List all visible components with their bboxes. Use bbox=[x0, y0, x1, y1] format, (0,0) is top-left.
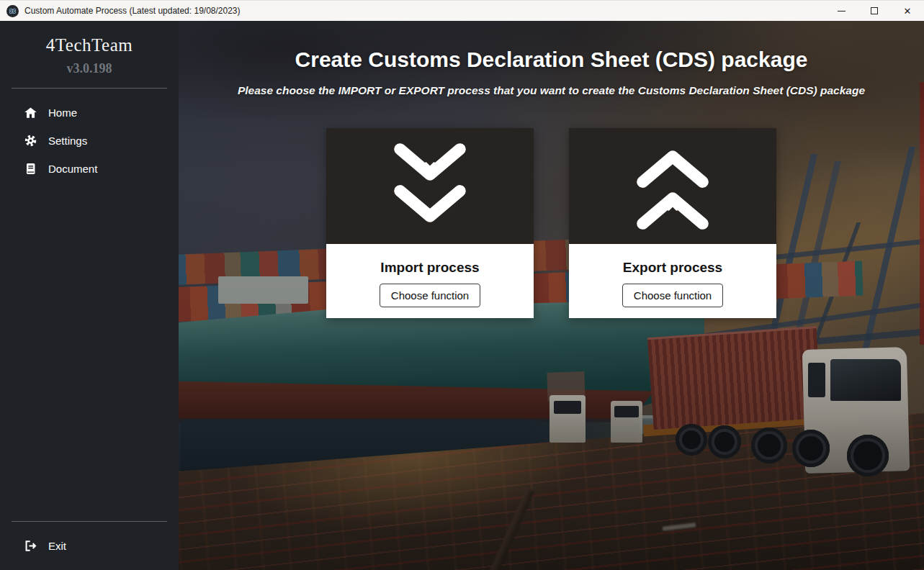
brand-name: 4TechTeam bbox=[0, 35, 179, 55]
window-title: Custom Automate Process (Latest updated:… bbox=[24, 6, 241, 16]
page-subtitle: Please choose the IMPORT or EXPORT proce… bbox=[238, 84, 865, 97]
export-card-body: Export process Choose function bbox=[569, 244, 776, 318]
import-card-label: Import process bbox=[380, 260, 479, 276]
sidebar-item-document[interactable]: Document bbox=[0, 155, 179, 183]
sidebar-spacer bbox=[0, 183, 179, 510]
import-icon-area[interactable] bbox=[326, 128, 534, 244]
sidebar-item-label: Document bbox=[48, 163, 97, 175]
page-title: Create Customs Declaration Sheet (CDS) p… bbox=[295, 48, 808, 72]
sidebar-item-label: Settings bbox=[48, 135, 87, 147]
export-card-label: Export process bbox=[623, 260, 722, 276]
app-window: Custom Automate Process (Latest updated:… bbox=[0, 0, 924, 570]
export-process-card: Export process Choose function bbox=[569, 128, 776, 318]
window-controls: ✕ bbox=[825, 1, 924, 21]
minimize-icon bbox=[838, 11, 845, 12]
process-cards: Import process Choose function bbox=[326, 128, 776, 318]
document-icon bbox=[24, 162, 37, 176]
sidebar-item-home[interactable]: Home bbox=[0, 99, 179, 127]
sidebar-item-exit[interactable]: Exit bbox=[0, 532, 179, 560]
maximize-icon bbox=[871, 7, 878, 14]
close-icon: ✕ bbox=[904, 6, 912, 16]
sidebar-nav: Home Settings bbox=[0, 99, 179, 183]
import-process-card: Import process Choose function bbox=[326, 128, 534, 318]
gear-icon bbox=[24, 134, 37, 148]
minimize-button[interactable] bbox=[825, 1, 858, 21]
sidebar-divider-top bbox=[12, 88, 167, 89]
window-body: 4TechTeam v3.0.198 Home bbox=[0, 21, 924, 570]
maximize-button[interactable] bbox=[858, 1, 891, 21]
titlebar: Custom Automate Process (Latest updated:… bbox=[0, 0, 924, 21]
sidebar-divider-bottom bbox=[12, 521, 167, 522]
sidebar-item-settings[interactable]: Settings bbox=[0, 127, 179, 155]
app-version: v3.0.198 bbox=[0, 61, 179, 76]
sidebar-footer: Exit bbox=[0, 532, 179, 560]
sidebar-item-label: Home bbox=[48, 107, 77, 119]
sidebar-item-label: Exit bbox=[48, 540, 66, 552]
double-chevron-down-icon bbox=[386, 141, 474, 232]
app-logo-icon bbox=[6, 5, 19, 17]
brand-block: 4TechTeam v3.0.198 bbox=[0, 21, 179, 76]
sidebar: 4TechTeam v3.0.198 Home bbox=[0, 21, 179, 570]
close-button[interactable]: ✕ bbox=[891, 1, 924, 21]
double-chevron-up-icon bbox=[629, 141, 717, 232]
import-choose-function-button[interactable]: Choose function bbox=[380, 284, 480, 307]
export-choose-function-button[interactable]: Choose function bbox=[622, 284, 723, 307]
import-card-body: Import process Choose function bbox=[326, 244, 534, 318]
main-content: Create Customs Declaration Sheet (CDS) p… bbox=[179, 21, 924, 570]
home-icon bbox=[24, 106, 37, 119]
export-icon-area[interactable] bbox=[569, 128, 776, 244]
main-panel: Create Customs Declaration Sheet (CDS) p… bbox=[179, 21, 924, 570]
sign-out-icon bbox=[24, 539, 37, 553]
